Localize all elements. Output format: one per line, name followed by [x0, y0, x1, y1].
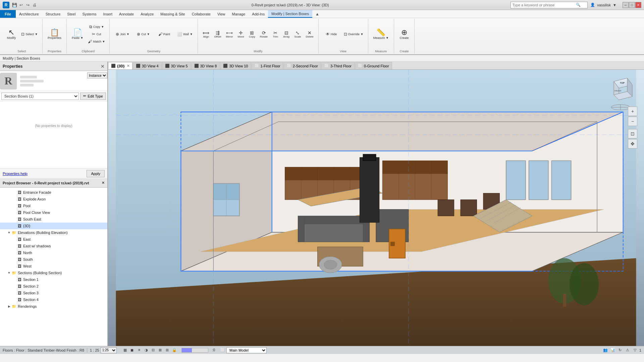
- view-tab-3d-view-4[interactable]: ⬛3D View 4: [133, 62, 162, 69]
- browser-tree-item[interactable]: ▶🖼North: [0, 249, 107, 256]
- view-tab-3d-view-8[interactable]: ⬛3D View 8: [191, 62, 220, 69]
- locked-3d-btn[interactable]: 🔒: [171, 347, 177, 353]
- quick-access-print[interactable]: 🖨: [32, 2, 38, 8]
- ribbon-btn-wall[interactable]: ⬜Wall ▼: [175, 31, 195, 38]
- view-tab-2-second-floor[interactable]: ⬜2-Second Floor: [284, 62, 321, 69]
- quick-access-undo[interactable]: ↩: [18, 2, 24, 8]
- view-cube[interactable]: TOP FRONT: [607, 76, 634, 103]
- sun-path-btn[interactable]: ☀: [136, 347, 142, 353]
- model-dropdown[interactable]: Main Model: [226, 347, 267, 353]
- pan-btn[interactable]: ✥: [628, 139, 637, 148]
- tab-close-btn[interactable]: ✕: [127, 64, 129, 68]
- browser-tree-item[interactable]: ▶🖼East: [0, 236, 107, 243]
- ribbon-btn-measure[interactable]: 📏 Measure ▼: [371, 23, 391, 45]
- zoom-in-btn[interactable]: +: [628, 107, 637, 116]
- visual-style-btn[interactable]: ◼: [129, 347, 135, 353]
- scale-dropdown[interactable]: 1:25 1:50 1:100: [101, 347, 117, 353]
- browser-tree-item[interactable]: ▼📁Elevations (Building Elevation): [0, 229, 107, 236]
- 3d-view-btn[interactable]: ⊞: [164, 347, 170, 353]
- filter-icon[interactable]: ▽: [632, 347, 638, 353]
- view-tab-3-third-floor[interactable]: ⬜3-Third Floor: [321, 62, 355, 69]
- ribbon-btn-create[interactable]: ⊕ Create: [397, 23, 412, 45]
- ribbon-btn-select-all[interactable]: ⊡Select ▼: [19, 31, 40, 38]
- ribbon-btn-align[interactable]: ⟺ Align: [201, 29, 211, 40]
- ribbon-btn-offset[interactable]: ⇶ Offset: [212, 29, 223, 40]
- edit-type-button[interactable]: ✏ Edit Type: [80, 93, 106, 100]
- ribbon-collapse-btn[interactable]: ▲: [314, 11, 320, 17]
- menu-massing[interactable]: Massing & Site: [157, 10, 188, 18]
- zoom-out-btn[interactable]: −: [628, 117, 637, 126]
- browser-tree-item[interactable]: ▶🖼Pool: [0, 202, 107, 209]
- menu-view[interactable]: View: [214, 10, 229, 18]
- view-tab--3d-[interactable]: ⬛{3D}✕: [108, 62, 132, 69]
- ribbon-btn-move[interactable]: ✛ Move: [235, 29, 246, 40]
- quick-access-redo[interactable]: ↪: [25, 2, 31, 8]
- warning-btn[interactable]: ⚠: [625, 347, 631, 353]
- menu-insert[interactable]: Insert: [100, 10, 116, 18]
- browser-tree-item[interactable]: ▶🖼Section 2: [0, 283, 107, 290]
- ribbon-btn-modify[interactable]: ↖ Modify: [4, 23, 19, 45]
- view-detail-btn[interactable]: ▦: [122, 347, 128, 353]
- view-tab-0-ground-floor[interactable]: ⬜0-Ground Floor: [355, 62, 392, 69]
- dropdown-icon[interactable]: ▼: [613, 3, 616, 7]
- menu-analyze[interactable]: Analyze: [137, 10, 157, 18]
- ribbon-btn-join[interactable]: ⊕Join ▼: [112, 31, 132, 38]
- maximize-button[interactable]: □: [629, 2, 635, 8]
- menu-addins[interactable]: Add-Ins: [249, 10, 268, 18]
- search-input[interactable]: [512, 3, 576, 7]
- browser-tree-item[interactable]: ▶🖼East w/ shadows: [0, 243, 107, 249]
- ribbon-btn-cut[interactable]: ✂Cut: [86, 31, 107, 38]
- properties-help-link[interactable]: Properties help: [3, 172, 28, 176]
- tree-toggle[interactable]: ▶: [7, 304, 11, 309]
- building-3d-view[interactable]: TOP FRONT + − ⊡ ✥: [108, 70, 644, 346]
- view-tab-1-first-floor[interactable]: ⬜1-First Floor: [252, 62, 283, 69]
- section-box-type-dropdown[interactable]: Section Boxes (1): [1, 93, 79, 100]
- browser-tree-item[interactable]: ▶🖼Section 4: [0, 296, 107, 303]
- menu-modify-section-boxes[interactable]: Modify | Section Boxes: [268, 10, 312, 18]
- ribbon-btn-copy[interactable]: ⧉Copy ▼: [86, 23, 107, 30]
- browser-tree-item[interactable]: ▶🖼Explode Axon: [0, 196, 107, 202]
- menu-manage[interactable]: Manage: [229, 10, 249, 18]
- menu-annotate[interactable]: Annotate: [116, 10, 137, 18]
- menu-structure[interactable]: Structure: [42, 10, 64, 18]
- browser-tree-item[interactable]: ▶🖼Section 3: [0, 290, 107, 296]
- tree-toggle[interactable]: ▼: [7, 270, 11, 275]
- ribbon-btn-trim[interactable]: ✂ Trim: [270, 29, 280, 40]
- browser-tree-item[interactable]: ▶🖼West: [0, 263, 107, 269]
- browser-tree-item[interactable]: ▶🖼Entrance Facade: [0, 189, 107, 196]
- browser-tree-item[interactable]: ▶🖼{3D}: [0, 223, 107, 229]
- quick-access-save[interactable]: 💾: [11, 2, 17, 8]
- project-browser-close-btn[interactable]: ✕: [102, 181, 105, 185]
- close-button[interactable]: ✕: [635, 2, 641, 8]
- browser-tree-item[interactable]: ▼📁Sections (Building Section): [0, 269, 107, 276]
- crop-region-btn[interactable]: ⊟: [150, 347, 156, 353]
- ribbon-btn-array[interactable]: ⊟ Array: [281, 29, 291, 40]
- ribbon-btn-mirror-pick[interactable]: ⟷ Mirror: [224, 29, 235, 40]
- browser-tree-item[interactable]: ▶🖼South: [0, 256, 107, 263]
- shadows-btn[interactable]: ◑: [143, 347, 149, 353]
- search-box[interactable]: 🔍: [511, 2, 588, 8]
- canvas-area[interactable]: TOP FRONT + − ⊡ ✥: [108, 70, 644, 346]
- view-tab-3d-view-10[interactable]: ⬛3D View 10: [220, 62, 251, 69]
- apply-button[interactable]: Apply: [87, 170, 105, 177]
- ribbon-btn-scale[interactable]: ⤡ Scale: [292, 29, 303, 40]
- browser-tree-item[interactable]: ▶🖼Pool Close View: [0, 209, 107, 216]
- sync-btn[interactable]: ↻: [617, 347, 623, 353]
- menu-systems[interactable]: Systems: [79, 10, 100, 18]
- ribbon-btn-delete[interactable]: ✕ Delete: [304, 29, 315, 40]
- instance-type-dropdown[interactable]: Instance: [87, 72, 107, 78]
- ribbon-btn-cut-geo[interactable]: ⊗Cut ▼: [133, 31, 153, 38]
- view-tab-3d-view-5[interactable]: ⬛3D View 5: [162, 62, 191, 69]
- graphics-display-btn[interactable]: 📊: [610, 347, 616, 353]
- menu-architecture[interactable]: Architecture: [16, 10, 42, 18]
- worksharing-btn[interactable]: 👥: [602, 347, 608, 353]
- ribbon-btn-copy-tool[interactable]: ⊞ Copy: [247, 29, 257, 40]
- menu-collaborate[interactable]: Collaborate: [189, 10, 214, 18]
- hide-crop-btn[interactable]: ⊠: [157, 347, 163, 353]
- menu-file[interactable]: File: [0, 10, 16, 18]
- menu-steel[interactable]: Steel: [64, 10, 79, 18]
- browser-tree-item[interactable]: ▶🖼South East: [0, 216, 107, 223]
- ribbon-btn-paint[interactable]: 🖌Paint: [154, 31, 174, 38]
- tree-toggle[interactable]: ▼: [7, 230, 11, 235]
- properties-close-btn[interactable]: ✕: [101, 64, 105, 69]
